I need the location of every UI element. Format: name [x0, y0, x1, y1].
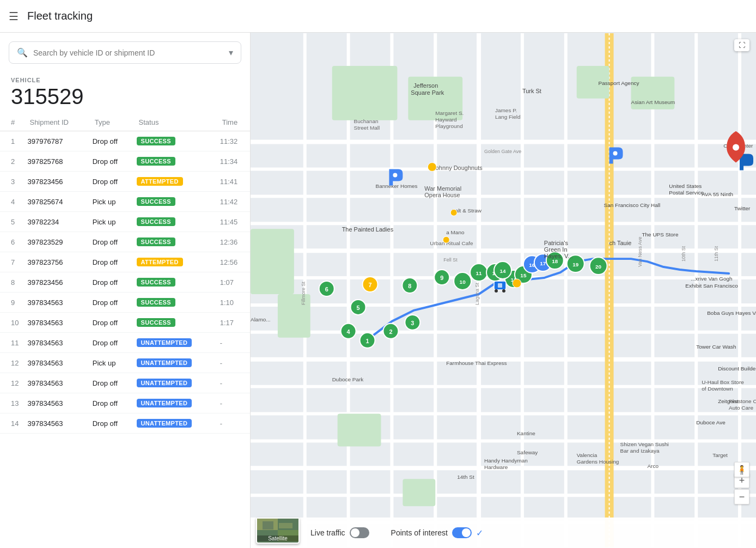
vehicle-label: VEHICLE	[11, 77, 239, 83]
table-row[interactable]: 8 397823456 Drop off SUCCESS 1:07	[0, 272, 250, 293]
search-bar[interactable]: 🔍 ▾	[9, 41, 241, 64]
zoom-out-button[interactable]: −	[734, 489, 749, 504]
row-shipment-id: 397834563	[23, 413, 88, 434]
pegman-button[interactable]: 🧍	[734, 462, 749, 477]
svg-point-147	[428, 163, 436, 172]
svg-text:Johnny Doughnuts: Johnny Doughnuts	[432, 165, 483, 171]
row-type: Pick up	[88, 353, 132, 373]
row-shipment-id: 39782234	[23, 212, 88, 232]
search-input[interactable]	[33, 48, 229, 57]
table-row[interactable]: 7 397823756 Drop off ATTEMPTED 12:56	[0, 252, 250, 272]
svg-rect-78	[498, 283, 502, 288]
col-time: Time	[216, 114, 250, 131]
row-status: SUCCESS	[132, 293, 216, 313]
map-svg: 1 2 3 4 5 6 7 8 9 10	[251, 33, 756, 548]
row-time: -	[216, 333, 250, 353]
status-badge: SUCCESS	[137, 217, 175, 226]
svg-text:Exhibit San Francisco: Exhibit San Francisco	[685, 283, 738, 289]
table-row[interactable]: 3 397823456 Drop off ATTEMPTED 11:41	[0, 172, 250, 192]
shipment-table-container[interactable]: # Shipment ID Type Status Time 1 3979767…	[0, 114, 250, 548]
table-row[interactable]: 14 397834563 Drop off UNATTEMPTED -	[0, 413, 250, 434]
svg-text:14th St: 14th St	[457, 474, 474, 480]
svg-text:Postal Service: Postal Service	[669, 190, 704, 196]
table-row[interactable]: 6 397823529 Drop off SUCCESS 12:36	[0, 232, 250, 252]
row-type: Drop off	[88, 232, 132, 252]
svg-rect-154	[263, 521, 273, 529]
svg-text:Hardware: Hardware	[484, 464, 508, 470]
satellite-thumbnail[interactable]: Satellite	[256, 517, 300, 544]
row-time: 12:56	[216, 252, 250, 272]
row-type: Drop off	[88, 151, 132, 172]
svg-point-148	[513, 279, 521, 288]
svg-text:of Downtown: of Downtown	[702, 386, 733, 392]
row-status: SUCCESS	[132, 192, 216, 212]
points-of-interest-control: Points of interest ✓	[391, 527, 483, 538]
svg-text:Van Ness Ave: Van Ness Ave	[637, 237, 643, 267]
svg-text:1: 1	[365, 338, 369, 344]
row-type: Drop off	[88, 252, 132, 272]
row-num: 3	[0, 172, 23, 192]
row-num: 8	[0, 272, 23, 293]
svg-text:Laguna St: Laguna St	[474, 283, 480, 305]
svg-text:14: 14	[499, 268, 506, 274]
row-time: -	[216, 373, 250, 393]
vehicle-id: 315529	[11, 83, 239, 109]
row-num: 12	[0, 373, 23, 393]
status-badge: SUCCESS	[137, 318, 175, 327]
row-status: SUCCESS	[132, 313, 216, 333]
svg-text:The Painted Ladies: The Painted Ladies	[342, 226, 394, 233]
table-row[interactable]: 2 397825768 Drop off SUCCESS 11:34	[0, 151, 250, 172]
svg-text:ch Tauie: ch Tauie	[609, 240, 632, 246]
row-num: 1	[0, 131, 23, 151]
svg-text:Farmhouse Thai Express: Farmhouse Thai Express	[446, 360, 507, 366]
svg-text:Golden Gate Ave: Golden Gate Ave	[484, 149, 521, 154]
table-row[interactable]: 13 397834563 Drop off UNATTEMPTED -	[0, 393, 250, 413]
svg-text:9: 9	[440, 275, 443, 281]
row-status: UNATTEMPTED	[132, 373, 216, 393]
table-row[interactable]: 5 39782234 Pick up SUCCESS 11:45	[0, 212, 250, 232]
live-traffic-toggle[interactable]	[350, 527, 369, 538]
svg-text:Square Park: Square Park	[411, 89, 444, 96]
table-row[interactable]: 4 397825674 Pick up SUCCESS 11:42	[0, 192, 250, 212]
row-shipment-id: 397976787	[23, 131, 88, 151]
row-type: Drop off	[88, 293, 132, 313]
row-type: Pick up	[88, 192, 132, 212]
menu-icon[interactable]: ☰	[9, 10, 19, 23]
status-badge: UNATTEMPTED	[137, 358, 192, 367]
svg-text:Auto Care: Auto Care	[729, 405, 753, 411]
table-row[interactable]: 9 397834563 Drop off SUCCESS 1:10	[0, 293, 250, 313]
row-shipment-id: 397834563	[23, 373, 88, 393]
status-badge: UNATTEMPTED	[137, 338, 192, 347]
svg-rect-34	[338, 414, 381, 447]
row-time: 1:17	[216, 313, 250, 333]
svg-text:Playground: Playground	[435, 123, 462, 129]
svg-text:Twitter: Twitter	[734, 205, 751, 211]
row-shipment-id: 397834563	[23, 333, 88, 353]
map-fullscreen-button[interactable]: ⛶	[734, 39, 749, 51]
row-shipment-id: 397834563	[23, 393, 88, 413]
row-status: SUCCESS	[132, 131, 216, 151]
row-shipment-id: 397823456	[23, 272, 88, 293]
svg-text:Banneker Homes: Banneker Homes	[376, 183, 418, 189]
table-row[interactable]: 12 397834563 Drop off UNATTEMPTED -	[0, 373, 250, 393]
table-row[interactable]: 10 397834563 Drop off SUCCESS 1:17	[0, 313, 250, 333]
row-num: 14	[0, 413, 23, 434]
table-row[interactable]: 11 397834563 Drop off UNATTEMPTED -	[0, 333, 250, 353]
svg-text:Opera House: Opera House	[424, 192, 460, 198]
table-row[interactable]: 12 397834563 Pick up UNATTEMPTED -	[0, 353, 250, 373]
table-row[interactable]: 1 397976787 Drop off SUCCESS 11:32	[0, 131, 250, 151]
chevron-down-icon[interactable]: ▾	[229, 47, 233, 58]
svg-text:7: 7	[368, 282, 371, 288]
row-shipment-id: 397823456	[23, 172, 88, 192]
svg-rect-155	[279, 523, 292, 528]
svg-text:Gardens Housing: Gardens Housing	[577, 459, 619, 465]
svg-point-145	[613, 151, 618, 156]
app-title: Fleet tracking	[27, 10, 93, 22]
row-status: SUCCESS	[132, 151, 216, 172]
svg-text:U-Haul Box Store: U-Haul Box Store	[702, 379, 744, 385]
svg-text:Turk St: Turk St	[522, 88, 541, 94]
col-num: #	[0, 114, 23, 131]
svg-point-144	[393, 173, 397, 177]
points-of-interest-toggle[interactable]	[452, 527, 472, 538]
svg-text:Duboce Ave: Duboce Ave	[696, 419, 725, 425]
